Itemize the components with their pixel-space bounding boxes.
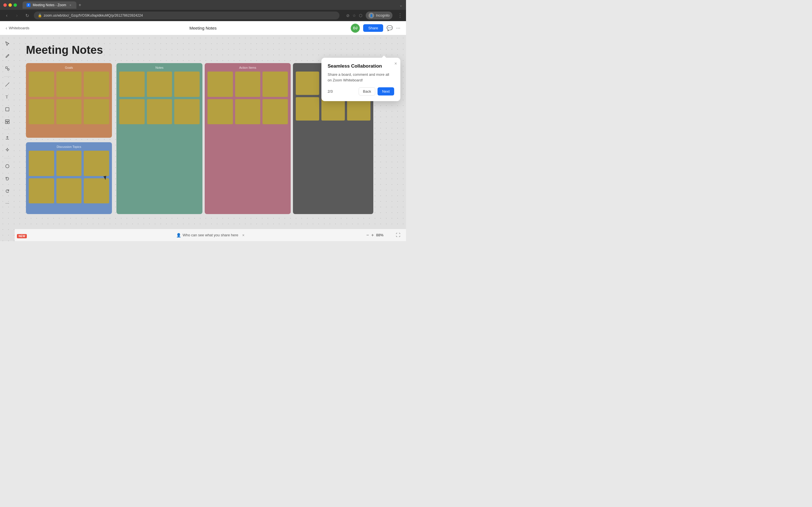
sticky-note[interactable] (296, 97, 319, 121)
tooltip-caret (382, 55, 386, 58)
line-tool-button[interactable] (2, 79, 12, 90)
upload-tool-button[interactable] (2, 133, 12, 143)
notes-column-header: Notes (119, 66, 200, 69)
tab-close-button[interactable]: × (68, 3, 72, 7)
header-actions: DJ Share 💬 ··· (351, 24, 400, 33)
svg-rect-5 (5, 120, 9, 121)
sticky-note[interactable] (84, 178, 109, 204)
more-options-button[interactable]: ··· (396, 25, 400, 31)
user-avatar[interactable]: DJ (351, 24, 360, 33)
frame-tool-button[interactable] (2, 104, 12, 114)
sticky-note[interactable] (235, 99, 260, 124)
canvas-area: T ··· Meeting Notes (0, 35, 406, 241)
action-items-column: Action Items (205, 63, 291, 214)
sticky-note[interactable] (207, 71, 233, 97)
template-tool-button[interactable] (2, 117, 12, 127)
sticky-note[interactable] (56, 71, 82, 97)
sticky-note[interactable] (29, 178, 54, 204)
tooltip-next-button[interactable]: Next (377, 87, 394, 96)
extension-icon[interactable]: ⬡ (359, 13, 362, 18)
lock-icon: 🔒 (38, 13, 42, 17)
sticky-note[interactable] (174, 99, 200, 124)
tab-title: Meeting Notes - Zoom (33, 3, 66, 7)
chevron-down-icon[interactable]: ⌄ (399, 3, 403, 7)
zoom-in-button[interactable]: + (371, 233, 374, 238)
sticky-note[interactable] (262, 71, 288, 97)
svg-rect-7 (8, 122, 9, 124)
sticky-note[interactable] (147, 99, 172, 124)
tooltip-counter: 2/3 (327, 89, 333, 94)
sticky-note[interactable] (84, 99, 109, 124)
close-share-banner-button[interactable]: × (242, 233, 245, 237)
browser-menu-button[interactable]: ⋮ (398, 12, 403, 18)
svg-line-2 (5, 82, 9, 87)
address-field[interactable]: 🔒 zoom.us/wb/doc/_GzqzfVOSlKu9apldkkuMQ/… (34, 11, 340, 19)
redo-button[interactable] (2, 186, 12, 196)
toolbar: T ··· (0, 35, 15, 241)
active-tab[interactable]: Z Meeting Notes - Zoom × (22, 1, 77, 9)
undo-button[interactable] (2, 173, 12, 184)
shapes-tool-button[interactable] (2, 63, 12, 73)
sticky-note[interactable] (56, 99, 82, 124)
svg-text:T: T (6, 95, 8, 99)
tooltip-back-button[interactable]: Back (359, 87, 375, 96)
sticky-note[interactable] (207, 99, 233, 124)
browser-action-icons: ⊘ ☆ ⬡ (346, 13, 362, 18)
comment-button[interactable]: 💬 (387, 25, 393, 31)
person-share-icon: 👤 (176, 233, 181, 237)
zoom-out-button[interactable]: − (366, 233, 369, 238)
sticky-note[interactable] (119, 71, 145, 97)
sticky-note[interactable] (296, 71, 319, 95)
sticky-note[interactable] (262, 99, 288, 124)
discussion-sticky-grid (29, 151, 109, 203)
zoom-favicon: Z (27, 3, 31, 7)
zoom-level-display: 88% (376, 233, 384, 237)
close-window-button[interactable] (3, 3, 7, 7)
tooltip-close-button[interactable]: × (395, 61, 397, 66)
bookmark-icon[interactable]: ☆ (352, 13, 356, 18)
minimize-window-button[interactable] (8, 3, 12, 7)
pencil-tool-button[interactable] (2, 51, 12, 61)
svg-point-1 (8, 69, 9, 70)
sticky-note[interactable] (174, 71, 200, 97)
sticky-note[interactable] (84, 151, 109, 176)
notes-sticky-grid (119, 71, 200, 124)
app-header: ‹ Whiteboards Meeting Notes DJ Share 💬 ·… (0, 21, 406, 35)
tooltip-description: Share a board, comment and more all on Z… (327, 72, 394, 83)
sticky-note[interactable] (29, 99, 54, 124)
new-badge: NEW (17, 234, 27, 238)
new-tab-button[interactable]: + (79, 3, 81, 8)
magic-tool-button[interactable] (2, 145, 12, 155)
back-navigation-button[interactable]: ‹ (3, 12, 10, 19)
page-title: Meeting Notes (190, 25, 217, 31)
forward-navigation-button[interactable]: › (13, 12, 20, 19)
tooltip-actions: Back Next (359, 87, 394, 96)
tooltip-popup: × Seamless Collaboration Share a board, … (321, 58, 400, 101)
sticky-note[interactable] (29, 71, 54, 97)
maximize-window-button[interactable] (13, 3, 17, 7)
sticky-note[interactable] (235, 71, 260, 97)
goals-sticky-grid-top (29, 71, 109, 124)
tooltip-title: Seamless Collaboration (327, 63, 394, 69)
discussion-column-header: Discussion Topics (29, 145, 109, 149)
share-button[interactable]: Share (363, 24, 383, 32)
sticky-note[interactable] (56, 178, 82, 204)
text-tool-button[interactable]: T (2, 92, 12, 102)
label-tool-button[interactable] (2, 161, 12, 171)
fullscreen-button[interactable]: ⛶ (396, 233, 400, 238)
more-tools-button[interactable]: ··· (2, 198, 12, 209)
reload-button[interactable]: ↻ (24, 12, 31, 19)
sticky-note[interactable] (29, 151, 54, 176)
incognito-badge[interactable]: 👤 Incognito (366, 11, 393, 19)
share-info-text: Who can see what you share here (183, 233, 238, 237)
incognito-avatar: 👤 (368, 13, 374, 18)
sticky-note[interactable] (84, 71, 109, 97)
traffic-lights (3, 3, 17, 7)
discussion-column: Discussion Topics (26, 142, 112, 214)
sticky-note[interactable] (147, 71, 172, 97)
back-to-whiteboards-button[interactable]: ‹ Whiteboards (6, 25, 29, 31)
sticky-note[interactable] (119, 99, 145, 124)
bottom-bar: 👤 Who can see what you share here × − + … (15, 229, 406, 241)
select-tool-button[interactable] (2, 39, 12, 49)
sticky-note[interactable] (56, 151, 82, 176)
